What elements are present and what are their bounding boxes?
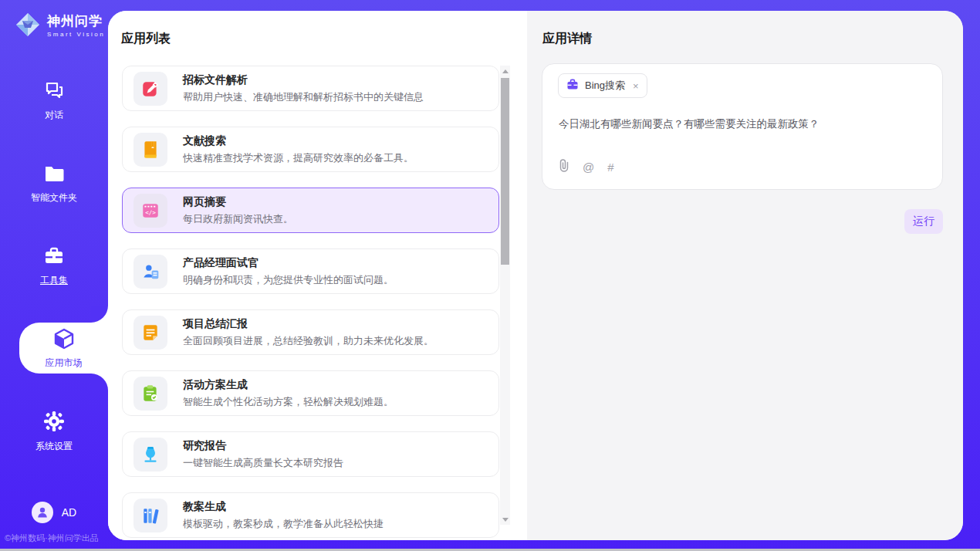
app-desc: 模板驱动，教案秒成，教学准备从此轻松快捷 <box>183 517 384 531</box>
clipboard-check-icon <box>133 377 167 411</box>
list-item-project-summary[interactable]: 项目总结汇报 全面回顾项目进展，总结经验教训，助力未来优化发展。 <box>122 309 499 355</box>
app-desc: 智能生成个性化活动方案，轻松解决规划难题。 <box>183 395 394 409</box>
app-name: 研究报告 <box>183 439 343 453</box>
gear-icon <box>43 411 65 435</box>
svg-text:</>: </> <box>145 208 156 215</box>
app-desc: 帮助用户快速、准确地理解和解析招标书中的关键信息 <box>183 90 424 104</box>
app-detail-panel: 应用详情 Bing搜索 × 今日湖北有哪些新闻要点？有哪些需要关注的最新政策？ <box>527 11 963 540</box>
sidebar-item-label: 应用市场 <box>46 357 83 370</box>
sidebar-item-label: 系统设置 <box>35 440 73 453</box>
note-icon <box>133 316 167 350</box>
tool-tag-label: Bing搜索 <box>585 79 625 93</box>
run-button[interactable]: 运行 <box>904 209 943 234</box>
sidebar-nav: 对话 智能文件夹 工具集 <box>0 81 108 493</box>
app-desc: 快速精准查找学术资源，提高研究效率的必备工具。 <box>183 151 414 165</box>
scroll-up-arrow[interactable] <box>500 66 510 76</box>
briefcase-icon <box>566 79 579 93</box>
logo-subtitle: Smart Vision <box>47 31 105 38</box>
main-container: 应用列表 招标文件解析 帮助用户快速、准确地理解和解析招标书中的关键信息 <box>108 11 963 540</box>
sidebar-item-label: 智能文件夹 <box>31 191 77 205</box>
app-name: 教案生成 <box>183 500 384 514</box>
user-account[interactable]: AD <box>0 502 108 523</box>
app-desc: 全面回顾项目进展，总结经验教训，助力未来优化发展。 <box>183 334 434 348</box>
list-item-activity-plan[interactable]: 活动方案生成 智能生成个性化活动方案，轻松解决规划难题。 <box>122 370 499 416</box>
sidebar-active-pill[interactable]: 应用市场 <box>19 323 108 374</box>
app-name: 招标文件解析 <box>183 73 424 87</box>
sidebar: 神州问学 Smart Vision 对话 智能文件夹 <box>0 0 108 551</box>
pill-corner-bottom <box>91 374 108 390</box>
sidebar-item-label: 对话 <box>45 109 63 122</box>
copyright-text: ©神州数码·神州问学出品 <box>5 532 99 544</box>
sidebar-item-label: 工具集 <box>40 274 68 287</box>
sidebar-item-toolset[interactable]: 工具集 <box>0 246 108 286</box>
tool-tag-bing-search[interactable]: Bing搜索 × <box>558 73 647 98</box>
doc-edit-icon <box>133 72 167 106</box>
app-name: 活动方案生成 <box>183 378 394 392</box>
logo-title: 神州问学 <box>47 15 105 29</box>
app-desc: 每日政府新闻资讯快查。 <box>183 212 293 226</box>
app-detail-title: 应用详情 <box>542 31 592 47</box>
hash-icon[interactable]: # <box>607 161 613 174</box>
scrollbar-thumb[interactable] <box>501 78 509 265</box>
pill-corner-top <box>91 306 108 323</box>
list-scrollbar[interactable] <box>500 66 510 525</box>
list-item-research-report[interactable]: 研究报告 一键智能生成高质量长文本研究报告 <box>122 431 499 477</box>
list-item-lesson-plan[interactable]: 教案生成 模板驱动，教案秒成，教学准备从此轻松快捷 <box>122 492 499 538</box>
app-logo: 神州问学 Smart Vision <box>14 11 105 42</box>
list-item-pm-interviewer[interactable]: 产品经理面试官 明确身份和职责，为您提供专业性的面试问题。 <box>122 248 499 294</box>
app-list-title: 应用列表 <box>121 31 171 47</box>
close-icon[interactable]: × <box>633 81 639 91</box>
interviewer-icon <box>133 255 167 289</box>
app-name: 项目总结汇报 <box>183 317 434 331</box>
app-desc: 明确身份和职责，为您提供专业性的面试问题。 <box>183 273 394 287</box>
cube-icon <box>52 327 76 353</box>
app-name: 产品经理面试官 <box>183 256 394 270</box>
prompt-card: Bing搜索 × 今日湖北有哪些新闻要点？有哪些需要关注的最新政策？ @ # <box>542 63 943 190</box>
avatar <box>32 502 53 523</box>
book-icon <box>133 133 167 167</box>
chat-icon <box>43 81 65 104</box>
sidebar-item-chat[interactable]: 对话 <box>0 81 108 121</box>
report-icon <box>133 438 167 472</box>
books-icon <box>133 499 167 532</box>
input-toolbar: @ # <box>559 159 614 175</box>
toolbox-icon <box>43 246 65 269</box>
list-item-literature-search[interactable]: 文献搜索 快速精准查找学术资源，提高研究效率的必备工具。 <box>122 127 499 172</box>
logo-diamond-icon <box>14 11 42 42</box>
browser-code-icon: </> <box>133 194 167 228</box>
app-list: 招标文件解析 帮助用户快速、准确地理解和解析招标书中的关键信息 文献搜索 快速精… <box>122 66 499 540</box>
list-item-bid-parsing[interactable]: 招标文件解析 帮助用户快速、准确地理解和解析招标书中的关键信息 <box>122 66 499 111</box>
user-name: AD <box>62 506 76 519</box>
sidebar-item-smart-folder[interactable]: 智能文件夹 <box>0 164 108 204</box>
prompt-input[interactable]: 今日湖北有哪些新闻要点？有哪些需要关注的最新政策？ <box>559 117 927 132</box>
sidebar-item-app-market[interactable]: 应用市场 <box>0 323 108 374</box>
list-item-web-summary[interactable]: </> 网页摘要 每日政府新闻资讯快查。 <box>122 188 499 233</box>
app-name: 网页摘要 <box>183 195 293 209</box>
app-desc: 一键智能生成高质量长文本研究报告 <box>183 456 343 470</box>
app-list-panel: 应用列表 招标文件解析 帮助用户快速、准确地理解和解析招标书中的关键信息 <box>108 11 527 540</box>
folder-icon <box>43 164 65 187</box>
sidebar-item-settings[interactable]: 系统设置 <box>0 411 108 451</box>
scroll-down-arrow[interactable] <box>500 514 510 525</box>
at-icon[interactable]: @ <box>583 161 594 174</box>
paperclip-icon[interactable] <box>559 159 569 175</box>
app-name: 文献搜索 <box>183 134 414 148</box>
